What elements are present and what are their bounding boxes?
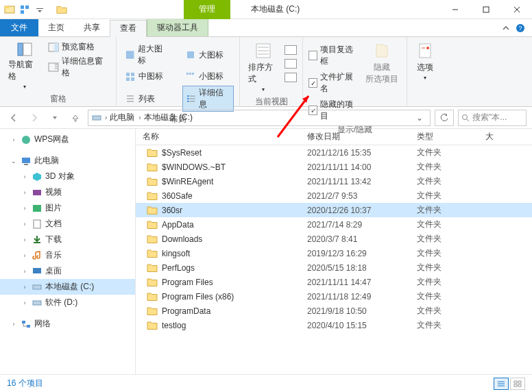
table-row[interactable]: $SysReset2021/12/16 15:35文件夹: [136, 145, 532, 160]
table-row[interactable]: testlog2020/4/10 15:15文件夹: [136, 318, 532, 332]
back-button[interactable]: [5, 110, 22, 126]
view-icons-toggle[interactable]: [510, 378, 525, 390]
file-name: AppData: [162, 220, 194, 230]
table-row[interactable]: kingsoft2019/12/3 16:29文件夹: [136, 246, 532, 260]
file-ext-toggle[interactable]: 文件扩展名: [309, 71, 359, 95]
recent-dropdown[interactable]: [47, 110, 63, 126]
sidebar-item-3d[interactable]: ›3D 对象: [0, 169, 135, 184]
item-checkboxes-toggle[interactable]: 项目复选框: [309, 44, 359, 67]
up-button[interactable]: [67, 110, 84, 126]
size-columns-button[interactable]: [285, 73, 297, 82]
item-count: 16 个项目: [7, 378, 43, 389]
sidebar-item-music[interactable]: ›音乐: [0, 247, 135, 263]
sidebar-item-video[interactable]: ›视频: [0, 184, 135, 200]
col-type[interactable]: 类型: [417, 131, 485, 143]
layout-list[interactable]: 列表: [122, 86, 173, 112]
tab-view[interactable]: 查看: [110, 20, 147, 37]
preview-pane-button[interactable]: 预览窗格: [48, 41, 110, 53]
sidebar-item-pictures[interactable]: ›图片: [0, 200, 135, 216]
refresh-button[interactable]: [435, 110, 454, 126]
add-columns-button[interactable]: [285, 59, 297, 69]
svg-rect-7: [483, 7, 489, 12]
sidebar-item-network[interactable]: ›网络: [0, 316, 135, 332]
table-row[interactable]: ProgramData2021/9/18 10:50文件夹: [136, 304, 532, 318]
tab-home[interactable]: 主页: [38, 19, 74, 36]
manage-context-tab[interactable]: 管理: [184, 0, 230, 19]
svg-rect-52: [33, 205, 41, 212]
sidebar-item-cdrive[interactable]: ›本地磁盘 (C:): [0, 279, 135, 295]
svg-rect-58: [27, 325, 30, 328]
drive-icon: [91, 112, 102, 123]
sidebar-item-wps[interactable]: ›WPS网盘: [0, 132, 135, 147]
group-by-button[interactable]: [285, 45, 297, 55]
col-name[interactable]: 名称: [136, 131, 307, 143]
file-type: 文件夹: [417, 219, 485, 230]
tab-drive-tools[interactable]: 驱动器工具: [147, 19, 208, 36]
file-type: 文件夹: [417, 190, 485, 201]
sort-button[interactable]: 排序方式▾: [245, 40, 280, 94]
sidebar-item-this-pc[interactable]: ⌄此电脑: [0, 153, 135, 169]
breadcrumb-pc[interactable]: 此电脑›: [110, 112, 141, 123]
tab-file[interactable]: 文件: [0, 19, 38, 36]
sidebar-item-docs[interactable]: ›文档: [0, 216, 135, 232]
breadcrumb[interactable]: › 此电脑› 本地磁盘 (C:) ⌄: [88, 110, 431, 126]
table-row[interactable]: $WINDOWS.~BT2021/11/11 14:00文件夹: [136, 160, 532, 174]
svg-rect-22: [126, 73, 130, 76]
table-row[interactable]: 360sr2020/12/26 10:37文件夹: [136, 203, 532, 217]
help-icon[interactable]: ?: [516, 23, 525, 33]
svg-rect-26: [186, 73, 189, 75]
file-date: 2021/11/11 14:47: [307, 278, 417, 287]
sidebar-item-downloads[interactable]: ›下载: [0, 232, 135, 247]
address-dropdown[interactable]: ⌄: [412, 113, 427, 123]
nav-pane-button[interactable]: 导航窗格 ▾: [5, 40, 44, 91]
titlebar: 管理 本地磁盘 (C:): [0, 0, 532, 19]
ribbon: 导航窗格 ▾ 预览窗格 详细信息窗格 窗格 超大图标 大图标 中图标: [0, 37, 532, 107]
table-row[interactable]: AppData2021/7/14 8:29文件夹: [136, 217, 532, 232]
sidebar-item-ddrive[interactable]: ›软件 (D:): [0, 295, 135, 310]
forward-button[interactable]: [26, 110, 43, 126]
col-size[interactable]: 大: [485, 131, 532, 143]
svg-point-46: [463, 114, 468, 119]
maximize-button[interactable]: [470, 0, 501, 19]
details-pane-button[interactable]: 详细信息窗格: [48, 56, 110, 79]
layout-m-icons[interactable]: 中图标: [122, 70, 173, 83]
qat-dropdown-icon[interactable]: [34, 4, 45, 15]
table-row[interactable]: Program Files2021/11/11 14:47文件夹: [136, 275, 532, 289]
layout-details[interactable]: 详细信息: [182, 86, 234, 112]
quick-access-toolbar: [0, 4, 67, 15]
file-date: 2020/5/15 18:18: [307, 263, 417, 273]
svg-rect-57: [22, 321, 25, 323]
tab-share[interactable]: 共享: [74, 19, 110, 36]
layout-l-icons[interactable]: 大图标: [182, 42, 234, 67]
svg-point-44: [426, 47, 429, 49]
breadcrumb-drive[interactable]: 本地磁盘 (C:): [144, 112, 193, 123]
file-name: kingsoft: [162, 249, 190, 258]
minimize-button[interactable]: [439, 0, 470, 19]
table-row[interactable]: 360Safe2021/2/7 9:53文件夹: [136, 188, 532, 203]
svg-rect-15: [54, 43, 58, 51]
view-details-toggle[interactable]: [494, 378, 509, 390]
file-name: 360Safe: [162, 191, 193, 201]
sidebar-item-desktop[interactable]: ›桌面: [0, 263, 135, 279]
search-input[interactable]: 搜索"本...: [458, 110, 527, 126]
nav-sidebar: ›WPS网盘 ⌄此电脑 ›3D 对象 ›视频 ›图片 ›文档 ›下载 ›音乐 ›…: [0, 129, 136, 374]
options-button[interactable]: 选项▾: [413, 40, 437, 82]
layout-xl-icons[interactable]: 超大图标: [122, 42, 173, 67]
chevron-up-icon[interactable]: [502, 24, 510, 32]
close-button[interactable]: [501, 0, 532, 19]
file-name: ProgramData: [162, 306, 210, 316]
svg-rect-20: [126, 51, 134, 59]
hide-selected-button[interactable]: 隐藏 所选项目: [363, 40, 401, 86]
pin-icon[interactable]: [19, 4, 30, 15]
file-type: 文件夹: [417, 233, 485, 245]
file-name: $WINDOWS.~BT: [162, 162, 226, 172]
column-headers[interactable]: 名称 修改日期 类型 大: [136, 129, 532, 145]
table-row[interactable]: $WinREAgent2021/11/11 13:42文件夹: [136, 174, 532, 188]
table-row[interactable]: Downloads2020/3/7 8:41文件夹: [136, 232, 532, 246]
table-row[interactable]: Program Files (x86)2021/11/18 12:49文件夹: [136, 289, 532, 304]
svg-text:?: ?: [518, 25, 522, 32]
layout-s-icons[interactable]: 小图标: [182, 70, 234, 83]
table-row[interactable]: PerfLogs2020/5/15 18:18文件夹: [136, 260, 532, 275]
svg-rect-4: [21, 10, 24, 14]
col-date[interactable]: 修改日期: [307, 131, 417, 143]
